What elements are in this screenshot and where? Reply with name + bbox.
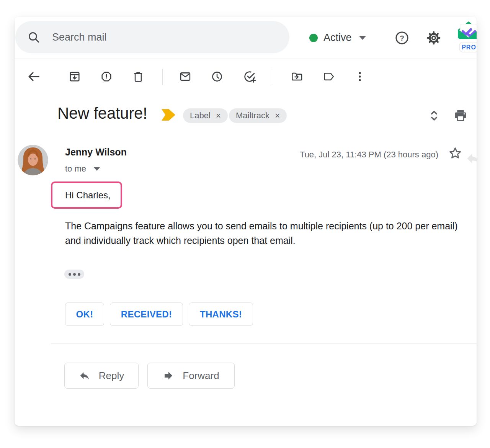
sender-name[interactable]: Jenny Wilson: [65, 147, 127, 158]
reply-arrow-icon: [79, 370, 90, 381]
status-label: Active: [323, 32, 352, 44]
archive-button[interactable]: [65, 67, 85, 87]
delete-button[interactable]: [128, 67, 148, 87]
smart-reply-thanks[interactable]: THANKS!: [189, 302, 253, 326]
message-divider: [51, 343, 477, 344]
sender-avatar[interactable]: [18, 145, 48, 175]
active-status-dot: [309, 34, 318, 42]
smart-reply-received[interactable]: RECEIVED!: [110, 302, 183, 326]
greeting-highlight-box: Hi Charles,: [51, 181, 122, 209]
settings-button[interactable]: [424, 28, 444, 48]
unfold-icon: [426, 108, 442, 123]
printer-icon: [452, 108, 469, 124]
gear-icon: [426, 30, 442, 46]
star-button[interactable]: [445, 143, 465, 163]
labels-button[interactable]: [319, 67, 339, 87]
ellipsis-dot: [78, 273, 80, 276]
search-bar[interactable]: [15, 21, 289, 53]
remove-label-icon[interactable]: ×: [216, 111, 221, 120]
mailtrack-logo[interactable]: PRO: [456, 21, 477, 54]
reply-button[interactable]: Reply: [64, 363, 139, 389]
toolbar-divider: [272, 69, 272, 85]
ellipsis-dot: [73, 273, 76, 276]
report-spam-icon: [100, 70, 113, 83]
show-trimmed-content-button[interactable]: [64, 270, 84, 279]
label-tag-icon: [322, 70, 335, 83]
add-task-icon: [243, 70, 256, 83]
details-dropdown-icon[interactable]: [94, 167, 100, 171]
star-icon: [447, 145, 463, 161]
status-selector[interactable]: Active: [309, 17, 366, 59]
smart-reply-ok[interactable]: OK!: [65, 302, 104, 326]
back-button[interactable]: [24, 67, 44, 87]
label-chip[interactable]: Label ×: [183, 108, 228, 123]
help-icon: ?: [394, 30, 410, 46]
move-to-button[interactable]: [287, 67, 307, 87]
report-spam-button[interactable]: [96, 67, 116, 87]
expand-collapse-button[interactable]: [424, 106, 444, 126]
ellipsis-dot: [69, 273, 71, 276]
search-input[interactable]: [51, 31, 267, 44]
snooze-button[interactable]: [207, 67, 227, 87]
forward-button[interactable]: Forward: [147, 363, 235, 389]
mailtrack-chip-text: Mailtrack: [236, 111, 270, 121]
remove-mailtrack-label-icon[interactable]: ×: [275, 111, 280, 120]
chevron-down-icon: [359, 36, 366, 40]
help-button[interactable]: ?: [392, 28, 412, 48]
more-options-button[interactable]: [350, 67, 370, 87]
trash-icon: [132, 70, 145, 83]
label-chip-text: Label: [190, 111, 211, 121]
envelope-icon: [179, 70, 192, 83]
forward-label: Forward: [183, 370, 219, 382]
avatar-image: [18, 145, 48, 175]
pro-badge: PRO: [462, 44, 476, 51]
arrow-left-icon: [26, 69, 41, 84]
email-timestamp: Tue, Jul 23, 11:43 PM (23 hours ago): [300, 150, 438, 160]
recipient-details[interactable]: to me: [65, 164, 100, 174]
mailtrack-chip[interactable]: Mailtrack ×: [229, 108, 287, 123]
mailtrack-envelope-icon: PRO: [456, 21, 477, 54]
archive-icon: [68, 70, 81, 83]
reply-label: Reply: [99, 370, 124, 382]
add-to-tasks-button[interactable]: [240, 67, 260, 87]
top-bar: Active ?: [15, 17, 477, 59]
email-body-text: The Campaigns feature allows you to send…: [65, 219, 475, 248]
email-subject: New feature!: [57, 104, 147, 123]
mailtrack-arrow-icon: [161, 109, 176, 121]
help-glyph: ?: [400, 34, 404, 42]
more-vert-icon: [353, 70, 366, 83]
move-to-folder-icon: [290, 70, 303, 83]
reply-edge-icon: [465, 150, 477, 167]
recipient-label: to me: [65, 164, 86, 174]
gmail-window: Active ?: [15, 17, 477, 426]
forward-arrow-icon: [163, 370, 174, 381]
print-button[interactable]: [451, 106, 470, 126]
toolbar-divider: [162, 69, 163, 85]
clock-icon: [211, 70, 224, 83]
greeting-text: Hi Charles,: [65, 190, 111, 201]
mark-unread-button[interactable]: [175, 67, 195, 87]
search-icon: [27, 30, 41, 44]
